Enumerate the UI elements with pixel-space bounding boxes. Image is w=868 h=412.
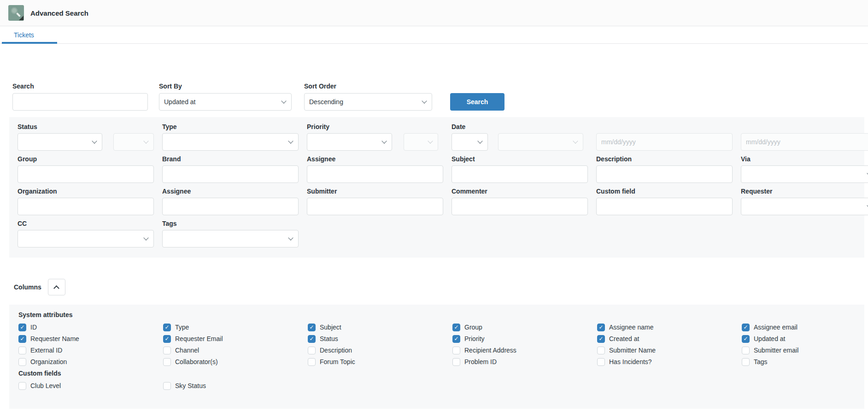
- column-checkbox-requester-email[interactable]: ✓ Requester Email: [163, 334, 299, 343]
- checkbox[interactable]: [308, 347, 316, 354]
- column-checkbox-updated-at[interactable]: ✓ Updated at: [742, 334, 868, 343]
- checkbox[interactable]: ✓: [452, 324, 460, 331]
- assignee-input[interactable]: [307, 165, 443, 183]
- checkbox[interactable]: ✓: [163, 324, 171, 331]
- organization-input[interactable]: [18, 198, 154, 215]
- checkbox[interactable]: ✓: [742, 324, 750, 331]
- filter-requester: Requester: [741, 188, 868, 215]
- priority-operator-select: [404, 133, 438, 151]
- columns-label: Columns: [14, 283, 41, 291]
- cc-select[interactable]: [18, 230, 154, 247]
- chevron-down-icon: [477, 138, 482, 143]
- tab-tickets[interactable]: Tickets: [14, 31, 34, 39]
- checkbox[interactable]: ✓: [163, 335, 171, 343]
- column-checkbox-channel[interactable]: Channel: [163, 346, 299, 355]
- tags-select[interactable]: [162, 230, 299, 247]
- search-input[interactable]: [12, 93, 148, 111]
- type-select[interactable]: [162, 133, 299, 151]
- page-title: Advanced Search: [30, 9, 88, 17]
- chevron-down-icon: [143, 138, 148, 143]
- commenter-label: Commenter: [452, 188, 588, 195]
- assignee-label: Assignee: [307, 155, 443, 163]
- checkbox[interactable]: ✓: [308, 324, 316, 331]
- via-select[interactable]: [741, 165, 868, 183]
- column-checkbox-priority[interactable]: ✓ Priority: [452, 334, 589, 343]
- column-checkbox-organization[interactable]: Organization: [18, 357, 155, 366]
- column-checkbox-submitter-email[interactable]: Submitter email: [742, 346, 868, 355]
- column-checkbox-requester-name[interactable]: ✓ Requester Name: [18, 334, 155, 343]
- column-checkbox-recipient-address[interactable]: Recipient Address: [452, 346, 589, 355]
- column-checkbox-collaborator-s[interactable]: Collaborator(s): [163, 357, 299, 366]
- assignee-2-input[interactable]: [162, 198, 299, 215]
- checkbox[interactable]: [18, 347, 26, 354]
- checkbox[interactable]: [18, 358, 26, 366]
- checkbox[interactable]: [452, 347, 460, 354]
- checkbox[interactable]: ✓: [18, 335, 26, 343]
- sort-by-value: Updated at: [164, 98, 196, 106]
- checkbox[interactable]: [163, 382, 171, 390]
- requester-select[interactable]: [741, 198, 868, 215]
- description-label: Description: [596, 155, 733, 163]
- column-checkbox-id[interactable]: ✓ ID: [18, 323, 155, 332]
- column-checkbox-assignee-name[interactable]: ✓ Assignee name: [597, 323, 733, 332]
- submitter-input[interactable]: [307, 198, 443, 215]
- checkbox[interactable]: [18, 382, 26, 390]
- checkbox[interactable]: ✓: [597, 324, 605, 331]
- checkbox-label: Submitter email: [754, 347, 798, 354]
- column-checkbox-subject[interactable]: ✓ Subject: [308, 323, 444, 332]
- description-input[interactable]: [596, 165, 733, 183]
- custom-field-input[interactable]: [596, 198, 733, 215]
- priority-label: Priority: [307, 123, 443, 130]
- status-select[interactable]: [18, 133, 102, 151]
- column-checkbox-status[interactable]: ✓ Status: [308, 334, 444, 343]
- column-checkbox-submitter-name[interactable]: Submitter Name: [597, 346, 733, 355]
- column-checkbox-tags[interactable]: Tags: [742, 357, 868, 366]
- column-checkbox-group[interactable]: ✓ Group: [452, 323, 589, 332]
- checkbox-label: Requester Name: [30, 335, 79, 342]
- sort-order-select[interactable]: Descending: [304, 93, 432, 111]
- checkbox[interactable]: [597, 347, 605, 354]
- checkbox[interactable]: ✓: [742, 335, 750, 343]
- date-condition-select[interactable]: [452, 133, 488, 151]
- column-checkbox-problem-id[interactable]: Problem ID: [452, 357, 589, 366]
- checkbox[interactable]: ✓: [308, 335, 316, 343]
- commenter-input[interactable]: [452, 198, 588, 215]
- sort-order-value: Descending: [309, 98, 343, 106]
- group-input[interactable]: [18, 165, 154, 183]
- checkbox[interactable]: [308, 358, 316, 366]
- column-checkbox-club-level[interactable]: Club Level: [18, 381, 155, 390]
- search-bar: Search Sort By Updated at Sort Order Des…: [0, 44, 868, 117]
- checkbox-label: Channel: [175, 347, 199, 354]
- column-checkbox-has-incidents[interactable]: Has Incidents?: [597, 357, 733, 366]
- search-button[interactable]: Search: [450, 93, 504, 111]
- subject-input[interactable]: [452, 165, 588, 183]
- checkbox[interactable]: ✓: [452, 335, 460, 343]
- checkbox[interactable]: [742, 347, 750, 354]
- checkbox[interactable]: [597, 358, 605, 366]
- checkbox-label: Requester Email: [175, 335, 223, 342]
- sort-by-select[interactable]: Updated at: [159, 93, 292, 111]
- column-checkbox-assignee-email[interactable]: ✓ Assignee email: [742, 323, 868, 332]
- cc-label: CC: [18, 220, 154, 227]
- columns-collapse-button[interactable]: [48, 279, 65, 295]
- checkbox[interactable]: ✓: [597, 335, 605, 343]
- column-checkbox-created-at[interactable]: ✓ Created at: [597, 334, 733, 343]
- tags-label: Tags: [162, 220, 299, 227]
- column-checkbox-sky-status[interactable]: Sky Status: [163, 381, 299, 390]
- column-checkbox-description[interactable]: Description: [308, 346, 444, 355]
- checkbox[interactable]: [163, 358, 171, 366]
- chevron-down-icon: [92, 138, 97, 143]
- checkbox[interactable]: [163, 347, 171, 354]
- column-checkbox-external-id[interactable]: External ID: [18, 346, 155, 355]
- filter-cc: CC: [18, 220, 154, 247]
- checkbox[interactable]: [452, 358, 460, 366]
- status-operator-select: [113, 133, 154, 151]
- checkbox[interactable]: [742, 358, 750, 366]
- priority-select[interactable]: [307, 133, 392, 151]
- chevron-down-icon: [143, 235, 148, 240]
- checkbox[interactable]: ✓: [18, 324, 26, 331]
- checkbox-label: Forum Topic: [320, 358, 355, 365]
- column-checkbox-type[interactable]: ✓ Type: [163, 323, 299, 332]
- column-checkbox-forum-topic[interactable]: Forum Topic: [308, 357, 444, 366]
- brand-input[interactable]: [162, 165, 299, 183]
